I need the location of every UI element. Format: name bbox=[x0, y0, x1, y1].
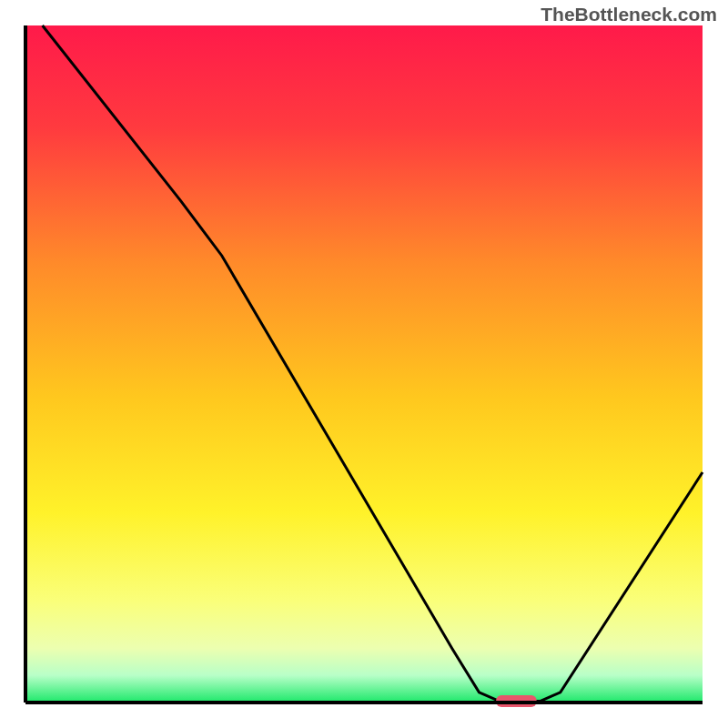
bottleneck-chart bbox=[0, 0, 728, 728]
plot-background bbox=[25, 25, 703, 703]
chart-container: TheBottleneck.com bbox=[0, 0, 728, 728]
watermark-text: TheBottleneck.com bbox=[541, 4, 717, 25]
